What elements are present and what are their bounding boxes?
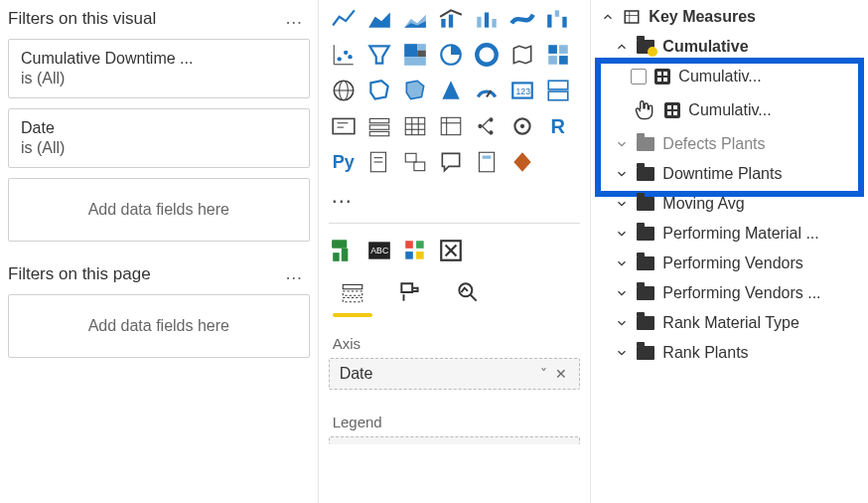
map-icon[interactable] bbox=[507, 40, 537, 70]
slicer-icon[interactable] bbox=[364, 111, 394, 141]
table-icon[interactable] bbox=[400, 111, 430, 141]
svg-rect-72 bbox=[405, 241, 413, 249]
svg-rect-62 bbox=[414, 162, 425, 171]
svg-point-53 bbox=[489, 130, 493, 134]
chevron-down-icon bbox=[615, 286, 629, 300]
folder-rank-plants[interactable]: Rank Plants bbox=[591, 338, 868, 368]
filters-visual-dropzone[interactable]: Add data fields here bbox=[8, 178, 310, 242]
svg-rect-9 bbox=[554, 10, 558, 16]
chevron-down-icon bbox=[615, 346, 629, 360]
fields-panel: Key Measures Cumulative Cumulativ... Cum… bbox=[590, 0, 868, 503]
shape-map-icon[interactable] bbox=[364, 76, 394, 105]
custom-visual-3-icon[interactable] bbox=[400, 236, 430, 265]
analytics-tab[interactable] bbox=[450, 279, 486, 309]
visualizations-more-icon[interactable]: … bbox=[329, 177, 581, 219]
svg-rect-4 bbox=[448, 15, 452, 28]
waterfall-icon[interactable] bbox=[543, 4, 573, 34]
measure-cumulative-2[interactable]: Cumulativ... bbox=[591, 91, 868, 129]
folder-cumulative[interactable]: Cumulative bbox=[591, 32, 868, 62]
svg-point-15 bbox=[348, 55, 352, 59]
svg-rect-73 bbox=[416, 241, 424, 249]
azure-map-icon[interactable] bbox=[436, 76, 466, 105]
paginated-report-icon[interactable] bbox=[472, 147, 502, 177]
card-icon[interactable]: 123 bbox=[507, 76, 537, 105]
filters-visual-more-icon[interactable]: … bbox=[279, 8, 310, 29]
ribbon-chart-icon[interactable] bbox=[507, 4, 537, 34]
area-chart-icon[interactable] bbox=[364, 4, 394, 34]
donut-icon[interactable] bbox=[472, 40, 502, 70]
gauge-icon[interactable] bbox=[472, 76, 502, 105]
funnel-icon[interactable] bbox=[364, 40, 394, 70]
measure-cumulative-1[interactable]: Cumulativ... bbox=[591, 62, 868, 91]
folder-icon bbox=[637, 137, 654, 151]
combo-chart-icon[interactable] bbox=[436, 4, 466, 34]
chevron-down-icon bbox=[615, 137, 629, 151]
scatter-icon[interactable] bbox=[329, 40, 359, 70]
combo-chart2-icon[interactable] bbox=[472, 4, 502, 34]
filters-page-dropzone[interactable]: Add data fields here bbox=[8, 294, 310, 358]
svg-rect-25 bbox=[559, 45, 568, 54]
filters-page-more-icon[interactable]: … bbox=[279, 263, 310, 284]
chevron-down-icon bbox=[615, 197, 629, 211]
checkbox[interactable] bbox=[631, 69, 647, 84]
svg-rect-10 bbox=[562, 17, 566, 28]
decomposition-icon[interactable] bbox=[472, 111, 502, 141]
axis-field-well[interactable]: Date ˅ ✕ bbox=[329, 358, 581, 390]
pie-icon[interactable] bbox=[436, 40, 466, 70]
power-apps-icon[interactable] bbox=[507, 147, 537, 177]
svg-rect-19 bbox=[417, 51, 426, 58]
key-influencers-icon[interactable] bbox=[507, 111, 537, 141]
fields-tab[interactable] bbox=[335, 279, 370, 309]
format-tab[interactable] bbox=[392, 279, 428, 309]
folder-moving-avg[interactable]: Moving Avg bbox=[591, 189, 868, 219]
kpi-icon[interactable] bbox=[329, 111, 359, 141]
matrix-icon[interactable] bbox=[436, 111, 466, 141]
folder-rank-material[interactable]: Rank Material Type bbox=[591, 308, 868, 338]
globe-icon[interactable] bbox=[329, 76, 359, 105]
axis-field-controls[interactable]: ˅ ✕ bbox=[540, 366, 569, 382]
smart-narrative-icon[interactable] bbox=[400, 147, 430, 177]
chevron-down-icon bbox=[615, 167, 629, 181]
folder-icon bbox=[637, 256, 654, 270]
tree-label: Cumulativ... bbox=[688, 101, 771, 119]
filter-card-title: Date bbox=[21, 119, 297, 137]
tree-label: Performing Vendors ... bbox=[662, 284, 820, 302]
svg-line-83 bbox=[470, 294, 477, 301]
svg-point-52 bbox=[489, 117, 493, 121]
svg-marker-31 bbox=[442, 81, 459, 98]
chevron-down-icon bbox=[615, 227, 629, 241]
folder-performing-material[interactable]: Performing Material ... bbox=[591, 219, 868, 249]
svg-point-13 bbox=[337, 57, 341, 61]
custom-visual-2-icon[interactable]: ABC bbox=[364, 236, 394, 265]
svg-line-55 bbox=[482, 126, 489, 133]
folder-performing-vendors-2[interactable]: Performing Vendors ... bbox=[591, 278, 868, 308]
folder-downtime[interactable]: Downtime Plants bbox=[591, 159, 868, 189]
multi-card-icon[interactable] bbox=[543, 76, 573, 105]
folder-icon bbox=[637, 40, 654, 54]
filled-map-icon[interactable] bbox=[400, 76, 430, 105]
grid-icon[interactable] bbox=[543, 40, 573, 70]
r-visual-icon[interactable]: R bbox=[543, 111, 573, 141]
dropzone-text: Add data fields here bbox=[88, 201, 229, 218]
custom-visual-4-icon[interactable] bbox=[436, 236, 466, 265]
table-key-measures[interactable]: Key Measures bbox=[591, 2, 868, 32]
filter-card-sub: is (All) bbox=[21, 70, 297, 87]
folder-defects[interactable]: Defects Plants bbox=[591, 129, 868, 159]
python-visual-icon[interactable]: Py bbox=[329, 147, 359, 177]
svg-marker-0 bbox=[368, 13, 390, 28]
filter-card-date[interactable]: Date is (All) bbox=[8, 108, 310, 168]
legend-field-well[interactable] bbox=[329, 436, 581, 444]
pane-tabs bbox=[329, 275, 581, 311]
treemap-icon[interactable] bbox=[400, 40, 430, 70]
folder-icon bbox=[637, 167, 654, 181]
filter-card-cumulative[interactable]: Cumulative Downtime ... is (All) bbox=[8, 39, 310, 98]
folder-icon bbox=[637, 227, 654, 241]
folder-performing-vendors[interactable]: Performing Vendors bbox=[591, 249, 868, 278]
line-chart-icon[interactable] bbox=[329, 4, 359, 34]
hand-cursor-icon bbox=[631, 97, 656, 123]
paginated-icon[interactable] bbox=[364, 147, 394, 177]
folder-icon bbox=[637, 197, 654, 211]
custom-visual-1-icon[interactable]: PRO bbox=[329, 236, 359, 265]
stacked-area-icon[interactable] bbox=[400, 4, 430, 34]
qa-icon[interactable] bbox=[436, 147, 466, 177]
